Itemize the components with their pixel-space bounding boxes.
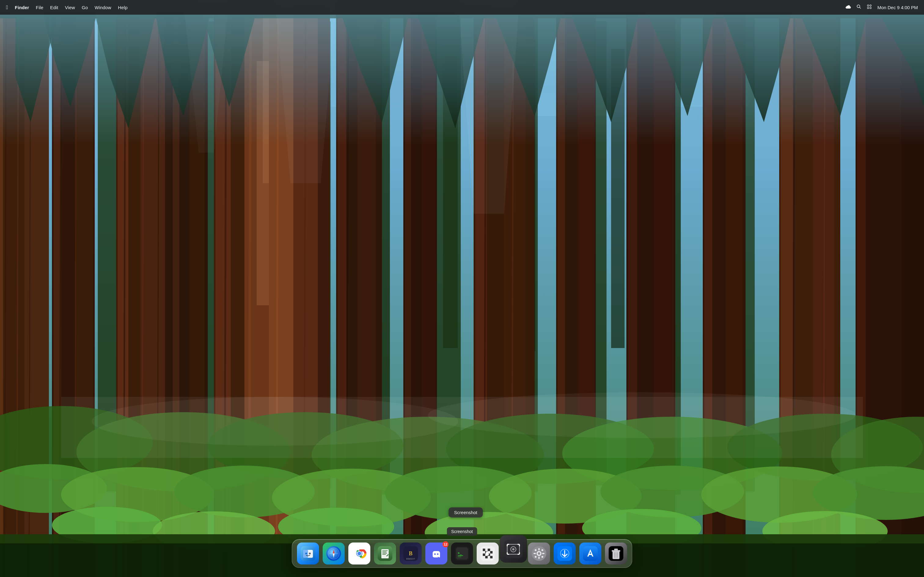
- sky-overlay: [0, 0, 924, 144]
- svg-rect-215: [542, 553, 544, 554]
- screenshot-tooltip: Screenshot: [449, 508, 483, 517]
- view-menu[interactable]: View: [65, 5, 75, 10]
- svg-rect-164: [382, 550, 388, 551]
- svg-point-144: [867, 7, 869, 9]
- dock: B BBEDIT 12: [292, 539, 632, 568]
- file-menu[interactable]: File: [36, 5, 44, 10]
- svg-point-135: [92, 397, 458, 446]
- dock-item-terminal[interactable]: >_: [451, 543, 473, 564]
- edit-menu[interactable]: Edit: [50, 5, 58, 10]
- svg-text:♞: ♞: [485, 550, 490, 556]
- svg-rect-183: [490, 549, 493, 551]
- menubar-right: Mon Dec 9 4:00 PM: [845, 4, 918, 10]
- dock-item-trash[interactable]: [605, 543, 627, 564]
- svg-rect-213: [538, 556, 540, 559]
- svg-rect-167: [382, 554, 386, 555]
- discord-badge: 12: [443, 541, 449, 547]
- help-menu[interactable]: Help: [118, 5, 128, 10]
- svg-point-172: [434, 553, 436, 555]
- dock-item-systemprefs[interactable]: [528, 543, 550, 564]
- svg-point-136: [428, 392, 856, 438]
- menubar-left:  Finder File Edit View Go Window Help: [6, 4, 128, 11]
- svg-rect-177: [458, 555, 463, 556]
- dock-item-finder[interactable]: [297, 543, 319, 564]
- svg-point-200: [512, 548, 515, 551]
- svg-text:B: B: [409, 550, 412, 556]
- svg-rect-226: [614, 549, 618, 550]
- svg-point-211: [538, 552, 540, 555]
- datetime: Mon Dec 9 4:00 PM: [877, 5, 918, 10]
- svg-point-142: [867, 5, 869, 6]
- svg-point-145: [870, 7, 871, 9]
- svg-point-140: [857, 5, 860, 8]
- search-icon[interactable]: [856, 4, 861, 10]
- dock-item-screenshot[interactable]: [499, 535, 527, 562]
- screenshot-tooltip-wrapper: Screenshot: [449, 508, 483, 517]
- menubar:  Finder File Edit View Go Window Help: [0, 0, 924, 15]
- svg-point-150: [309, 553, 311, 554]
- control-center-icon[interactable]: [867, 4, 872, 10]
- svg-rect-214: [533, 553, 536, 554]
- dock-item-discord[interactable]: 12: [425, 543, 447, 564]
- dock-item-chess[interactable]: ♞: [477, 543, 499, 564]
- dock-item-scrivener[interactable]: [374, 543, 396, 564]
- dock-item-transloader[interactable]: [554, 543, 576, 564]
- svg-rect-178: [458, 556, 461, 557]
- finder-menu[interactable]: Finder: [15, 5, 29, 10]
- svg-rect-165: [382, 552, 386, 552]
- dock-item-safari[interactable]: [323, 543, 345, 564]
- svg-rect-212: [538, 548, 540, 550]
- apple-menu[interactable]: : [6, 4, 8, 11]
- dock-item-appstore[interactable]: [579, 543, 601, 564]
- svg-rect-187: [490, 551, 493, 553]
- svg-line-141: [859, 7, 861, 8]
- svg-point-143: [870, 5, 871, 6]
- svg-text:BBEDIT: BBEDIT: [406, 558, 415, 560]
- go-menu[interactable]: Go: [82, 5, 88, 10]
- desktop:  Finder File Edit View Go Window Help: [0, 0, 924, 577]
- dock-item-bbedit[interactable]: B BBEDIT: [400, 543, 422, 564]
- svg-point-149: [305, 553, 307, 554]
- svg-point-173: [437, 553, 438, 555]
- dock-item-chrome[interactable]: [348, 543, 370, 564]
- svg-rect-166: [382, 553, 387, 553]
- svg-rect-222: [583, 546, 598, 561]
- icloud-icon[interactable]: [845, 5, 851, 10]
- svg-text:>_: >_: [458, 551, 462, 555]
- svg-rect-195: [490, 556, 493, 558]
- svg-rect-191: [490, 553, 493, 556]
- window-menu[interactable]: Window: [95, 5, 111, 10]
- svg-point-161: [357, 552, 361, 555]
- dock-container: Screenshot: [292, 539, 632, 568]
